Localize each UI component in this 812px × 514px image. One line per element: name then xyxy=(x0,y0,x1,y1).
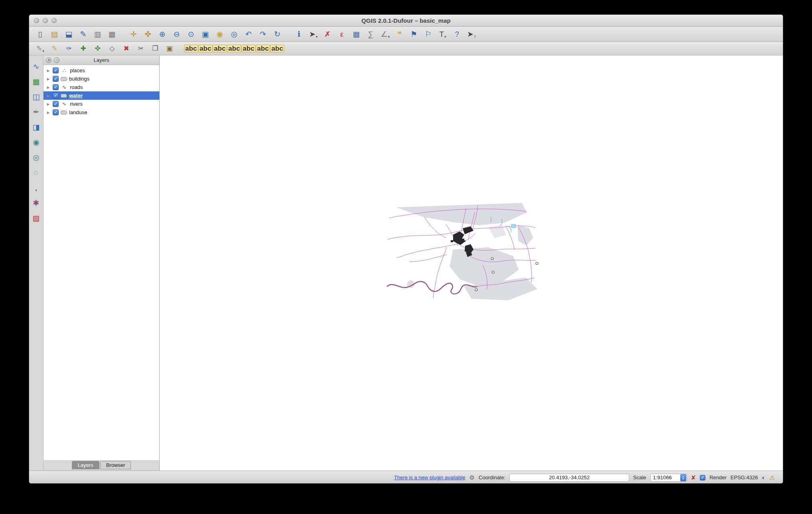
layer-checkbox[interactable]: ✓ xyxy=(53,67,59,73)
plugin-icon[interactable]: ⚙ xyxy=(469,474,474,481)
layer-row-rivers[interactable]: ▶ ✓ ∿ rivers xyxy=(44,100,159,108)
zoom-native-button[interactable]: ⊙ xyxy=(184,29,198,40)
pan-to-selection-button[interactable]: ✜ xyxy=(141,29,155,40)
expand-arrow-icon[interactable]: ▶ xyxy=(46,77,51,81)
zoom-to-selection-button[interactable]: ◉ xyxy=(213,29,227,40)
pin-labels-button[interactable]: abc xyxy=(227,43,242,54)
add-wcs-layer-button[interactable]: ◎ xyxy=(30,151,42,163)
new-print-composer-button[interactable]: ▥ xyxy=(91,29,105,40)
add-raster-layer-button[interactable]: ▦ xyxy=(30,75,42,87)
select-features-icon: ➤ xyxy=(309,30,315,38)
move-label-button[interactable]: abc xyxy=(198,43,213,54)
layer-checkbox[interactable]: ✓ xyxy=(53,93,59,99)
minimize-window-button[interactable] xyxy=(43,18,48,23)
deselect-features-button[interactable]: ✗ xyxy=(321,29,335,40)
add-mssql-layer-button[interactable]: ◨ xyxy=(30,121,42,133)
toggle-editing-icon: ✎ xyxy=(51,45,57,52)
close-window-button[interactable] xyxy=(34,18,39,23)
zoom-out-button[interactable]: ⊖ xyxy=(170,29,184,40)
identify-features-button[interactable]: ℹ xyxy=(292,29,306,40)
zoom-to-layer-button[interactable]: ◎ xyxy=(227,29,242,40)
new-project-button[interactable]: ▯ xyxy=(33,29,48,40)
show-hide-labels-button[interactable]: abc xyxy=(256,43,270,54)
save-project-as-button[interactable]: ✎ xyxy=(76,29,91,40)
paste-features-button[interactable]: ▣ xyxy=(162,43,177,54)
pan-map-button[interactable]: ✛ xyxy=(127,29,141,40)
save-project-button[interactable]: ⬓ xyxy=(62,29,76,40)
tab-layers[interactable]: Layers xyxy=(72,461,99,469)
add-postgis-layer-button[interactable]: ◫ xyxy=(30,91,42,103)
new-spatialite-layer-button[interactable]: ▧ xyxy=(30,212,42,224)
node-tool-button[interactable]: ◇ xyxy=(105,43,119,54)
layer-row-landuse[interactable]: ▶ ✓ landuse xyxy=(44,108,159,117)
delete-selected-button[interactable]: ✖ xyxy=(119,43,134,54)
select-by-expression-button[interactable]: ε xyxy=(335,29,349,40)
expand-arrow-icon[interactable]: ▶ xyxy=(46,102,51,106)
new-shapefile-layer-button[interactable]: ✱ xyxy=(30,197,42,209)
toggle-editing-button[interactable]: ✎ xyxy=(48,43,62,54)
scale-combobox[interactable]: 1:91066 ▲ ▼ xyxy=(650,474,687,482)
new-bookmark-button[interactable]: ⚑ xyxy=(407,29,421,40)
cut-features-button[interactable]: ✂ xyxy=(134,43,148,54)
layer-row-places[interactable]: ▶ ✓ ∴ places xyxy=(44,66,159,75)
map-tips-button[interactable]: ❝ xyxy=(392,29,407,40)
select-features-button[interactable]: ➤▾ xyxy=(306,29,321,40)
expand-arrow-icon[interactable]: ▶ xyxy=(46,111,51,115)
open-attribute-table-button[interactable]: ▦ xyxy=(349,29,364,40)
coordinate-label: Coordinate: xyxy=(479,474,505,480)
help-contents-icon: ? xyxy=(455,30,459,38)
coordinate-input[interactable] xyxy=(509,474,629,482)
add-spatialite-layer-button[interactable]: ✒ xyxy=(30,106,42,118)
add-wms-layer-button[interactable]: ◉ xyxy=(30,136,42,148)
layer-checkbox[interactable]: ✓ xyxy=(53,84,59,90)
layer-checkbox[interactable]: ✓ xyxy=(53,76,59,82)
field-calculator-button[interactable]: ∑ xyxy=(364,29,378,40)
plugin-available-link[interactable]: There is a new plugin available xyxy=(394,474,465,480)
zoom-full-button[interactable]: ▣ xyxy=(198,29,213,40)
layer-checkbox[interactable]: ✓ xyxy=(53,101,59,107)
tab-browser[interactable]: Browser xyxy=(100,461,131,469)
refresh-map-button[interactable]: ↻ xyxy=(270,29,285,40)
save-layer-edits-button[interactable]: ✑ xyxy=(62,43,76,54)
zoom-last-button[interactable]: ↶ xyxy=(242,29,256,40)
stop-render-icon[interactable]: ✘ xyxy=(691,474,696,481)
expand-arrow-icon[interactable]: ▶ xyxy=(46,85,51,89)
text-annotation-button[interactable]: T▾ xyxy=(436,29,450,40)
show-pinned-labels-button[interactable]: abc xyxy=(242,43,256,54)
expand-arrow-icon[interactable]: ▶ xyxy=(46,94,51,98)
current-edits-button[interactable]: ✎▾ xyxy=(33,43,48,54)
whats-this-button[interactable]: ➤? xyxy=(464,29,479,40)
stepper-icon[interactable]: ▲ ▼ xyxy=(680,474,686,481)
field-calculator-icon: ∑ xyxy=(368,30,374,38)
measure-line-button[interactable]: ∠▾ xyxy=(378,29,392,40)
refresh-map-icon: ↻ xyxy=(274,30,281,38)
layer-checkbox[interactable]: ✓ xyxy=(53,109,59,115)
qgis-window: QGIS 2.0.1-Dufour – basic_map ▯ ▤ ⬓ ✎ ▥ … xyxy=(29,14,783,484)
copy-features-button[interactable]: ❐ xyxy=(148,43,162,54)
open-project-button[interactable]: ▤ xyxy=(48,29,62,40)
add-delimited-text-layer-button[interactable]: , xyxy=(30,182,42,194)
map-canvas[interactable] xyxy=(160,55,783,471)
zoom-window-button[interactable] xyxy=(51,18,57,23)
labeling-button[interactable]: abc xyxy=(184,43,198,54)
messages-icon[interactable]: ⚠ xyxy=(770,474,775,481)
help-contents-button[interactable]: ? xyxy=(450,29,464,40)
zoom-in-button[interactable]: ⊕ xyxy=(155,29,170,40)
whats-this-icon: ➤ xyxy=(467,30,473,38)
change-label-properties-button[interactable]: abc xyxy=(270,43,285,54)
expand-arrow-icon[interactable]: ▶ xyxy=(46,69,51,73)
move-feature-button[interactable]: ✜ xyxy=(91,43,105,54)
render-checkbox[interactable]: ✓ xyxy=(700,475,705,480)
titlebar[interactable]: QGIS 2.0.1-Dufour – basic_map xyxy=(29,15,783,27)
zoom-next-button[interactable]: ↷ xyxy=(256,29,270,40)
show-bookmarks-button[interactable]: ⚐ xyxy=(421,29,436,40)
add-wfs-layer-button[interactable]: ◌ xyxy=(30,166,42,178)
crs-status-icon[interactable]: ◐ xyxy=(762,474,765,481)
layer-row-roads[interactable]: ▶ ✓ ∿ roads xyxy=(44,83,159,91)
add-feature-button[interactable]: ✚ xyxy=(76,43,91,54)
add-vector-layer-button[interactable]: ∿ xyxy=(30,60,42,72)
layer-row-water[interactable]: ▶ ✓ water xyxy=(44,91,159,100)
composer-manager-button[interactable]: ▦ xyxy=(105,29,119,40)
rotate-label-button[interactable]: abc xyxy=(213,43,227,54)
layer-row-buildings[interactable]: ▶ ✓ buildings xyxy=(44,75,159,83)
